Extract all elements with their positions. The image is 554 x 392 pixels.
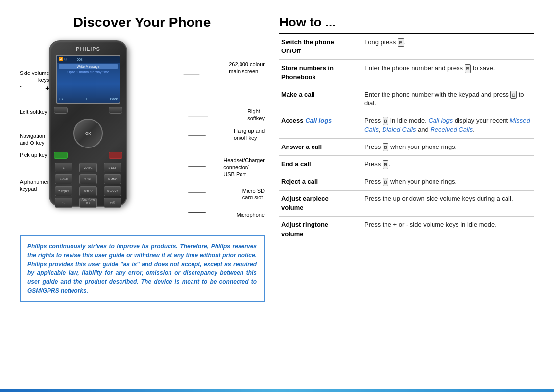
- pickup-label: Pick up key: [20, 152, 47, 158]
- key-6: 6 MNO: [104, 174, 121, 184]
- keypad-row-2: 4 GHI 5 JKL 6 MNO: [55, 174, 121, 184]
- phone-screen: 📶⊟008 Write Message Up to 1 month standb…: [56, 55, 120, 104]
- microsd-label: Micro SDcard slot: [242, 187, 265, 201]
- description-cell: Press ⊟ in idle mode. Call logs display …: [362, 112, 534, 139]
- alphanumeric-label: Alphanumerickeypad: [20, 178, 52, 193]
- description-cell: Enter the phone number with the keypad a…: [362, 86, 534, 112]
- key-4: 4 GHI: [55, 174, 72, 184]
- description-cell: Long press ⊟.: [362, 34, 534, 60]
- table-row: Make a call Enter the phone number with …: [279, 86, 534, 112]
- navigation-label: Navigationand ⊕ key: [20, 132, 45, 147]
- key-1: 1: [55, 163, 72, 172]
- action-cell: End a call: [279, 156, 362, 173]
- disclaimer-text: Philips continuously strives to improve …: [20, 235, 265, 302]
- key-9: 9 WXYZ: [104, 186, 121, 196]
- key-5: 5 JKL: [79, 174, 97, 184]
- left-softkey-label: Left softkey: [20, 109, 47, 115]
- key-7: 7 PQRS: [55, 186, 72, 196]
- table-row: Answer a call Press ⊟ when your phone ri…: [279, 138, 534, 155]
- action-cell: Make a call: [279, 86, 362, 112]
- right-title: How to ...: [279, 15, 534, 30]
- action-cell: Adjust earpiecevolume: [279, 191, 362, 217]
- green-call-btn: [54, 152, 68, 159]
- phone-body: PHILIPS 📶⊟008 Write Message Up to 1 mont…: [49, 40, 127, 207]
- table-row: Adjust earpiecevolume Press the up or do…: [279, 191, 534, 217]
- screen-status-bar: 📶⊟008: [57, 56, 120, 63]
- phone-model-label: Xenium: [81, 197, 95, 202]
- keypad-grid: 1 2 ABC 3 DEF 4 GHI 5 JKL 6 MNO 7 PQRS 8…: [55, 163, 121, 210]
- hang-up-label: Hang up andon/off key: [234, 127, 265, 142]
- softkey-row: [54, 107, 122, 114]
- colour-screen-label: 262,000 colourmain screen: [229, 61, 265, 75]
- description-cell: Press the + or - side volume keys in idl…: [362, 217, 534, 243]
- description-cell: Press ⊟ when your phone rings.: [362, 173, 534, 190]
- table-row: Access Call logs Press ⊟ in idle mode. C…: [279, 112, 534, 139]
- key-3: 3 DEF: [104, 163, 121, 172]
- action-cell: Reject a call: [279, 173, 362, 190]
- phone-diagram: Side volumekeys+ - Left softkey Navigati…: [20, 40, 265, 226]
- side-volume-label: Side volumekeys+: [20, 70, 49, 93]
- right-softkey-btn: [109, 107, 122, 114]
- keypad-row-1: 1 2 ABC 3 DEF: [55, 163, 121, 172]
- description-cell: Press ⊟ when your phone rings.: [362, 138, 534, 155]
- screen-subtitle: Up to 1 month standby time: [57, 70, 120, 74]
- action-cell: Store numbers inPhonebook: [279, 60, 362, 86]
- description-cell: Press the up or down side volume keys du…: [362, 191, 534, 217]
- red-call-btn: [109, 152, 122, 159]
- table-row: End a call Press ⊟.: [279, 156, 534, 173]
- left-column: Discover Your Phone: [20, 15, 274, 382]
- right-softkey-label: Rightsoftkey: [247, 108, 265, 122]
- description-cell: Enter the phone number and press ⊟ to sa…: [362, 60, 534, 86]
- call-buttons: [54, 152, 122, 159]
- screen-write-message: Write Message: [59, 64, 118, 69]
- left-title: Discover Your Phone: [20, 15, 265, 30]
- nav-circle: OK: [73, 119, 103, 148]
- table-row: Store numbers inPhonebook Enter the phon…: [279, 60, 534, 86]
- action-cell: Access Call logs: [279, 112, 362, 139]
- key-8: 8 TUV: [79, 186, 97, 196]
- table-row: Reject a call Press ⊟ when your phone ri…: [279, 173, 534, 190]
- side-volume-minus: -: [20, 74, 22, 89]
- action-cell: Switch the phoneOn/Off: [279, 34, 362, 60]
- headset-label: Headset/Chargerconnector/USB Port: [223, 157, 265, 178]
- bottom-accent-bar: [0, 389, 554, 392]
- right-column: How to ... Switch the phoneOn/Off Long p…: [274, 15, 534, 382]
- microphone-label: Microphone: [237, 212, 265, 218]
- description-cell: Press ⊟.: [362, 156, 534, 173]
- keypad-row-3: 7 PQRS 8 TUV 9 WXYZ: [55, 186, 121, 196]
- screen-bottom-buttons: Ok+Back: [59, 98, 118, 101]
- action-cell: Answer a call: [279, 138, 362, 155]
- table-row: Switch the phoneOn/Off Long press ⊟.: [279, 34, 534, 60]
- key-hash: # ⓐ: [104, 198, 121, 208]
- key-star: * .: [55, 198, 72, 208]
- phone-brand: PHILIPS: [76, 46, 100, 52]
- how-to-table: Switch the phoneOn/Off Long press ⊟. Sto…: [279, 34, 534, 243]
- table-row: Adjust ringtonevolume Press the + or - s…: [279, 217, 534, 243]
- left-softkey-btn: [54, 107, 68, 114]
- key-2: 2 ABC: [79, 163, 97, 172]
- action-cell: Adjust ringtonevolume: [279, 217, 362, 243]
- ok-label: OK: [85, 131, 91, 136]
